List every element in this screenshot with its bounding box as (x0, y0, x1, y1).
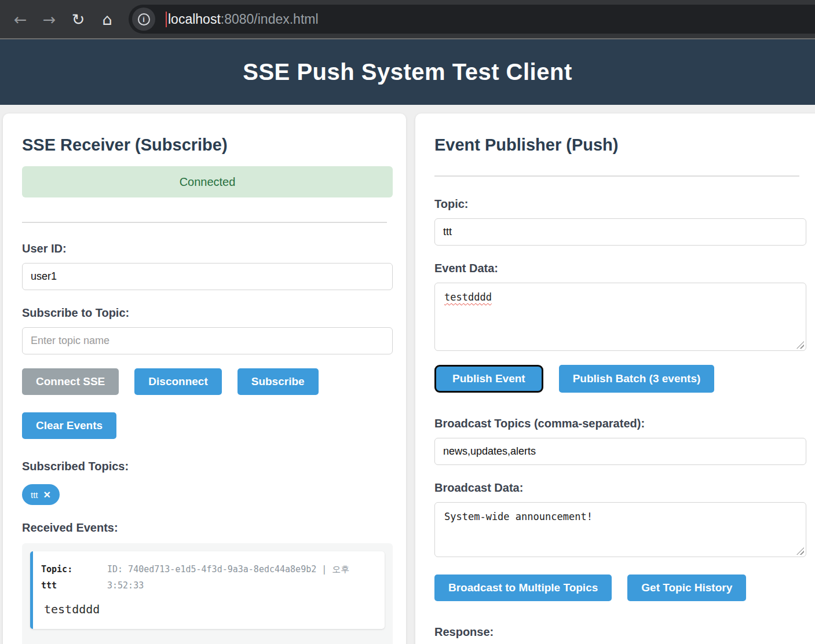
reload-icon[interactable]: ↻ (64, 5, 93, 34)
url-text[interactable]: localhost:8080/index.html (166, 12, 319, 27)
received-events-label: Received Events: (22, 521, 390, 535)
resize-grip-icon[interactable] (796, 341, 804, 349)
info-icon: i (138, 13, 150, 25)
receiver-title: SSE Receiver (Subscribe) (22, 136, 390, 155)
publish-topic-label: Topic: (434, 197, 802, 211)
publish-batch-button[interactable]: Publish Batch (3 events) (559, 365, 715, 393)
url-host: localhost (168, 12, 221, 27)
subscribed-topics-label: Subscribed Topics: (22, 460, 390, 473)
user-id-input[interactable] (22, 263, 393, 290)
receiver-panel: SSE Receiver (Subscribe) Connected User … (3, 114, 406, 644)
text-caret (166, 12, 167, 27)
spacer (432, 465, 802, 481)
app-header: SSE Push System Test Client (0, 39, 815, 105)
spacer (432, 430, 802, 438)
subscribe-topic-input[interactable] (22, 327, 393, 354)
spacer (432, 601, 802, 625)
event-card: Topic: ttt ID: 740ed713-e1d5-4f3d-9a3a-8… (30, 551, 385, 629)
publisher-panel: Event Publisher (Push) Topic: Event Data… (415, 114, 815, 644)
spacer (19, 290, 390, 306)
publish-event-button[interactable]: Publish Event (434, 365, 543, 393)
spacer (432, 246, 802, 262)
spacer (19, 505, 390, 521)
event-id-timestamp: ID: 740ed713-e1d5-4f3d-9a3a-8edc44a8e9b2… (107, 562, 373, 594)
home-icon[interactable]: ⌂ (93, 5, 122, 34)
spacer (432, 155, 802, 175)
event-data-text: testdddd (44, 602, 373, 616)
back-icon[interactable]: ← (6, 5, 35, 34)
received-events-list[interactable]: Topic: ttt ID: 740ed713-e1d5-4f3d-9a3a-8… (22, 543, 393, 644)
browser-toolbar: ← → ↻ ⌂ i localhost:8080/index.html (0, 0, 815, 39)
site-info-button[interactable]: i (132, 8, 155, 31)
subscribe-topic-label: Subscribe to Topic: (22, 306, 390, 320)
spacer (432, 557, 802, 575)
topic-chip-label: ttt (31, 490, 38, 500)
publisher-title: Event Publisher (Push) (434, 136, 802, 155)
subscribe-button[interactable]: Subscribe (237, 368, 319, 395)
subscribed-topic-chip[interactable]: ttt ✕ (22, 484, 60, 505)
spacer (19, 197, 390, 222)
event-data-label: Event Data: (434, 262, 802, 275)
publish-button-row: Publish Event Publish Batch (3 events) (434, 365, 802, 393)
spacer (432, 393, 802, 417)
clear-events-button[interactable]: Clear Events (22, 412, 116, 439)
resize-grip-icon[interactable] (796, 547, 804, 555)
forward-icon[interactable]: → (35, 5, 64, 34)
broadcast-data-textarea[interactable]: System-wide announcement! (434, 502, 806, 557)
main-content: SSE Receiver (Subscribe) Connected User … (0, 105, 815, 644)
broadcast-data-label: Broadcast Data: (434, 481, 802, 495)
spacer (19, 320, 390, 327)
response-label: Response: (434, 625, 802, 639)
event-meta-row: Topic: ttt ID: 740ed713-e1d5-4f3d-9a3a-8… (41, 562, 373, 594)
broadcast-topics-label: Broadcast Topics (comma-separated): (434, 417, 802, 430)
receiver-button-row: Connect SSE Disconnect Subscribe (22, 368, 390, 395)
spacer (19, 255, 390, 263)
broadcast-multiple-button[interactable]: Broadcast to Multiple Topics (434, 575, 612, 601)
close-icon[interactable]: ✕ (43, 489, 51, 500)
publish-topic-input[interactable] (434, 218, 806, 246)
user-id-label: User ID: (22, 242, 390, 255)
url-path: :8080/index.html (221, 12, 319, 27)
spacer (19, 439, 390, 460)
connection-status-badge: Connected (22, 166, 393, 197)
page-title: SSE Push System Test Client (243, 59, 572, 85)
event-data-value: testdddd (444, 291, 492, 303)
spacer (432, 211, 802, 218)
event-topic: Topic: ttt (41, 562, 87, 594)
disconnect-button[interactable]: Disconnect (134, 368, 221, 395)
spacer (19, 395, 390, 412)
spacer (432, 275, 802, 283)
spacer (432, 495, 802, 502)
get-topic-history-button[interactable]: Get Topic History (627, 575, 746, 601)
address-bar[interactable]: i localhost:8080/index.html (129, 5, 815, 34)
connect-sse-button[interactable]: Connect SSE (22, 368, 119, 395)
broadcast-button-row: Broadcast to Multiple Topics Get Topic H… (434, 575, 802, 601)
spacer (19, 223, 390, 242)
broadcast-topics-input[interactable] (434, 438, 806, 465)
spacer (432, 177, 802, 197)
broadcast-data-value: System-wide announcement! (444, 511, 593, 522)
event-data-textarea[interactable]: testdddd (434, 283, 806, 351)
